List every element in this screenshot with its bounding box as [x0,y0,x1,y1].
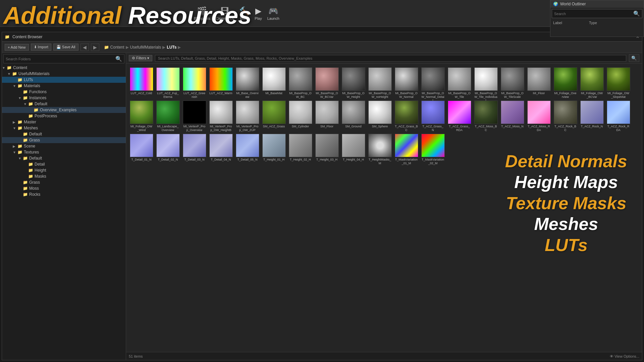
asset-item[interactable]: MI_BaseProp_OW_Tile [447,66,472,98]
asset-item[interactable]: MI_BaseProp_OW_TileScale [500,66,525,98]
asset-item[interactable]: LUT_ACZ_Greenish [182,66,207,98]
asset-item[interactable]: T_ACZ_Moss_RDA [526,100,551,131]
folder-search-input[interactable] [6,57,115,61]
asset-item[interactable]: MI_BaseProp_OW_Tile_Individual [473,66,498,98]
tree-item-luts[interactable]: 📁 LUTs [2,77,126,83]
asset-item[interactable]: T_HeightMasks_M [367,133,392,165]
tree-item-scene[interactable]: ▶ 📁 Scene [2,143,126,149]
tree-item-tex-moss[interactable]: 📁 Moss [2,185,126,191]
asset-item[interactable]: T_Height_04_H [341,133,366,165]
asset-item[interactable]: MI_Foliage_OW_Wind [129,100,154,131]
asset-item[interactable]: MI_BaseProp_OW_Normal_Detail [420,66,445,98]
asset-item[interactable]: T_Detail_05_N [235,133,260,165]
toolbar-blueprints[interactable]: 🎬 Blueprints [194,6,210,20]
tree-item-tex-masks[interactable]: 📁 Masks [2,173,126,179]
asset-item[interactable]: SM_Floor [314,100,339,131]
view-options-button[interactable]: 👁 View Options... [610,354,639,358]
cinematics-icon: 🎞 [221,6,229,16]
asset-item[interactable]: T_ACZ_Rock_BC [553,100,578,131]
asset-item[interactable]: MI_BaseProp_OW_Normal [394,66,419,98]
tree-item-tex-rocks[interactable]: 📁 Rocks [2,191,126,197]
asset-item[interactable]: MI_BaseProp_OW_BC [288,66,313,98]
tree-item-textures[interactable]: ▼ 📁 Textures [2,149,126,155]
tree-item-usefulmm[interactable]: ▼ 📁 UsefulMMaterials [2,71,126,77]
breadcrumb-content[interactable]: Content [110,45,124,50]
asset-item[interactable]: MI_Landscape_Overview [155,100,180,131]
asset-item[interactable]: T_ACZ_Grass_N [420,100,445,131]
asset-item[interactable]: SM_Ground [341,100,366,131]
folder-tree: 🔍 ▼ 📁 Content ▼ 📁 UsefulMMaterials 📁 LUT… [2,53,126,360]
tree-label-master: Master [24,120,36,124]
asset-thumbnail [209,101,233,124]
tree-item-overview-examples[interactable]: 📁 Overview_Examples [2,107,126,113]
toolbar-build[interactable]: 🔨 Build [239,6,249,20]
tree-item-meshes-default[interactable]: 📁 Default [2,131,126,137]
asset-item[interactable]: T_ACZ_Grass_BC [394,100,419,131]
asset-item[interactable]: MI_Foliage_OW_SlopeMat [606,66,631,98]
asset-item[interactable]: T_ACZ_Grass_RDA [447,100,472,131]
asset-item[interactable]: MI_BaseProp_OW_BCVar [314,66,339,98]
asset-item[interactable]: MI_BaseProp_OW_noHeight [367,66,392,98]
add-new-button[interactable]: + Add New [5,44,29,51]
tree-item-tex-grass[interactable]: 📁 Grass [2,179,126,185]
asset-item[interactable]: MI_Foliage_Overview [553,66,578,98]
asset-item[interactable]: T_Height_01_H [261,133,286,165]
toolbar-launch[interactable]: 🎮 Launch [267,6,279,20]
asset-label: MI_BaseProp_OW_Height [342,92,365,99]
toolbar-cinematics[interactable]: 🎞 Cinematics [216,6,234,20]
tree-item-meshes[interactable]: ▼ 📁 Meshes [2,125,126,131]
world-outliner-search-bar[interactable]: 🔍 [552,9,642,18]
asset-search-input[interactable] [155,55,626,62]
asset-item[interactable]: T_Detail_01_N [129,133,154,165]
breadcrumb-luts[interactable]: LUTs [167,45,176,50]
filters-button[interactable]: ⚙ Filters ▾ [129,55,152,61]
tree-item-postprocess[interactable]: 📁 PostProcess [2,113,126,119]
tree-item-tex-detail[interactable]: 📁 Detail [2,161,126,167]
asset-item[interactable]: T_Detail_03_N [182,133,207,165]
asset-item[interactable]: MI_VertexP_Prop_OW_ZUP [235,100,260,131]
asset-item[interactable]: T_MaskVariation_01_M [394,133,419,165]
folder-search-bar[interactable]: 🔍 [3,54,124,63]
asset-item[interactable]: T_ACZ_Moss_BC [473,100,498,131]
asset-item[interactable]: T_Height_02_H [288,133,313,165]
world-outliner-search-input[interactable] [554,12,633,16]
asset-item[interactable]: T_MaskVariation_02_M [420,133,445,165]
nav-back-button[interactable]: ◀ [80,44,89,51]
tree-item-instances[interactable]: ▼ 📁 Instances [2,95,126,101]
asset-item[interactable]: T_Detail_04_N [208,133,233,165]
tree-item-content[interactable]: ▼ 📁 Content [2,65,126,71]
filters-label: Filters ▾ [136,56,149,60]
tree-item-master[interactable]: ▶ 📁 Master [2,119,126,125]
build-icon: 🔨 [239,6,249,16]
asset-item[interactable]: T_Detail_02_N [155,133,180,165]
asset-item[interactable]: MI_Base_Overview [235,66,260,98]
asset-item[interactable]: MI_BaseMat [261,66,286,98]
import-button[interactable]: ⬇ Import [31,44,51,51]
tree-item-tex-height[interactable]: 📁 Height [2,167,126,173]
save-all-button[interactable]: 💾 Save All [53,44,78,51]
asset-item[interactable]: T_Height_03_H [314,133,339,165]
tree-item-meshes-grass[interactable]: 📁 Grass [2,137,126,143]
tree-item-default1[interactable]: ▼ 📁 Default [2,101,126,107]
asset-item[interactable]: T_ACZ_Rock_N [579,100,604,131]
asset-item[interactable]: LUT_ACZ_Cold [129,66,154,98]
asset-item[interactable]: MI_Floor [526,66,551,98]
tree-item-tex-default[interactable]: ▼ 📁 Default [2,155,126,161]
asset-item[interactable]: SM_Sphere [367,100,392,131]
asset-item[interactable]: LUT_ACZ_Fuji_Eterna [155,66,180,98]
asset-item[interactable]: SM_Cylinder [288,100,313,131]
asset-item[interactable]: MI_BaseProp_OW_Height [341,66,366,98]
asset-item[interactable]: MI_VertexP_Prop_OW_HeightB [208,100,233,131]
nav-forward-button[interactable]: ▶ [91,44,99,51]
asset-item[interactable]: MI_Foliage_OW_BCVar [579,66,604,98]
asset-item[interactable]: T_ACZ_Moss_N [500,100,525,131]
asset-item[interactable]: SM_ACZ_Grass [261,100,286,131]
toolbar-play[interactable]: ▶ Play [255,6,262,20]
asset-item[interactable]: T_ACZ_Rock_RDA [606,100,631,131]
asset-search-button[interactable]: 🔍 [629,54,639,62]
tree-item-functions[interactable]: 📁 Functions [2,89,126,95]
asset-item[interactable]: MI_VertexP_Prop_Overview [182,100,207,131]
tree-item-materials[interactable]: ▼ 📁 Materials [2,83,126,89]
asset-item[interactable]: LUT_ACZ_Warm [208,66,233,98]
breadcrumb-usefulmm[interactable]: UsefulMMaterials [130,45,161,50]
